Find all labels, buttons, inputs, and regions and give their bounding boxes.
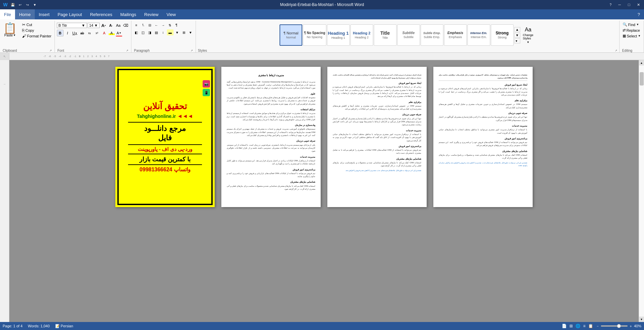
scrollbar-down-button[interactable]: ▼ <box>639 317 644 322</box>
paragraph-expand-icon[interactable]: ↗ <box>191 49 193 52</box>
bold-button[interactable]: B <box>57 30 64 36</box>
align-left-button[interactable]: ◧ <box>133 29 139 35</box>
maximize-button[interactable]: □ <box>626 2 632 8</box>
clipboard-expand-icon[interactable]: ↗ <box>49 49 52 52</box>
page1-price: با کمترین قیمت بازار <box>139 156 191 163</box>
underline-button[interactable]: U▼ <box>72 30 78 36</box>
page2-section2-content: مدیریت ارتباط با مشتری به عنوان مرکزی بر… <box>227 112 315 121</box>
page4-section2-content: سیستم CRM در خصوص استانداردسازی و تدوین … <box>439 103 527 109</box>
style-subtle-emp[interactable]: Subtle Emp. Subtle Emp. <box>421 24 443 46</box>
numbering-button[interactable]: ⒈ <box>140 22 146 28</box>
align-center-button[interactable]: ◫ <box>140 29 146 35</box>
zoom-level[interactable]: 40% <box>634 324 641 328</box>
clipboard-group: 📋 Paste ▼ ✂ Cut ⎘ Copy 🖌 Fo <box>0 21 55 52</box>
paste-button[interactable]: 📋 Paste ▼ <box>2 22 18 38</box>
multilevel-list-button[interactable]: ⊟ <box>147 22 153 28</box>
superscript-button[interactable]: x² <box>94 30 100 36</box>
menu-help-icon[interactable]: ? <box>634 9 644 19</box>
style-intense-em[interactable]: Intense Em. Intense Em. <box>467 24 490 46</box>
borders-button[interactable]: ⊞ <box>181 29 187 35</box>
font-size-select[interactable]: 14 ▼ <box>88 23 100 28</box>
indent-less-button[interactable]: ← <box>153 22 159 28</box>
shading-dropdown[interactable]: ▼ <box>174 29 180 35</box>
show-marks-button[interactable]: ¶ <box>174 22 180 28</box>
clear-formatting-button[interactable]: ⌫ <box>122 22 129 29</box>
subscript-button[interactable]: x₂ <box>86 30 93 36</box>
text-highlight-button[interactable]: A <box>108 30 115 36</box>
copy-button[interactable]: ⎘ Copy <box>21 28 52 33</box>
close-button[interactable]: ✕ <box>635 2 641 8</box>
zoom-thumb[interactable] <box>617 324 621 328</box>
view-fullscreen-icon[interactable]: ⊞ <box>569 324 573 328</box>
style-normal-label: Normal <box>286 36 296 39</box>
zoom-in-button[interactable]: ＋ <box>629 324 633 329</box>
customize-qa-icon[interactable]: ▼ <box>32 2 37 7</box>
style-subtitle[interactable]: Subtitle Subtitle <box>397 24 420 46</box>
scrollbar-thumb[interactable] <box>640 72 644 86</box>
format-painter-button[interactable]: 🖌 Format Painter <box>21 33 52 39</box>
styles-scroll-down[interactable]: ▼ <box>514 33 520 38</box>
menu-file[interactable]: File <box>0 9 15 19</box>
styles-more-button[interactable]: ▾ <box>514 38 520 43</box>
bullets-button[interactable]: ≡ <box>133 22 139 28</box>
font-color-button[interactable]: A▼ <box>116 30 122 36</box>
line-spacing-button[interactable]: ↕ <box>160 29 166 35</box>
view-print-icon[interactable]: 📄 <box>562 324 567 328</box>
help-icon[interactable]: ? <box>608 2 613 7</box>
ruler-corner-icon[interactable]: ↖ <box>0 53 9 60</box>
italic-button[interactable]: I <box>64 30 71 36</box>
change-case-button[interactable]: Aa <box>115 22 122 29</box>
view-draft-icon[interactable]: 📋 <box>588 324 593 328</box>
shading-button[interactable]: ▬ <box>167 29 174 35</box>
strikethrough-button[interactable]: ab <box>79 30 86 36</box>
minimize-button[interactable]: ─ <box>617 2 623 8</box>
justify-button[interactable]: ▤ <box>153 29 159 35</box>
ribbon: 📋 Paste ▼ ✂ Cut ⎘ Copy 🖌 Fo <box>0 19 644 53</box>
zoom-slider[interactable] <box>601 325 628 327</box>
style-heading1[interactable]: Heading 1 Heading 1 <box>327 24 350 46</box>
menu-page-layout[interactable]: Page Layout <box>53 9 86 19</box>
undo-icon[interactable]: ↩ <box>17 2 23 7</box>
zoom-out-button[interactable]: － <box>596 324 600 329</box>
font-row2: B I U▼ ab x₂ x² A A A▼ <box>57 30 122 36</box>
styles-scroll-up[interactable]: ▲ <box>514 27 520 32</box>
style-no-spacing-preview: ¶ No Spacing <box>304 31 325 35</box>
style-heading1-preview: Heading 1 <box>328 31 349 35</box>
style-emphasis[interactable]: Emphasis Emphasis <box>444 24 467 46</box>
select-button[interactable]: ▦ Select ▼ <box>622 33 642 38</box>
menu-references[interactable]: References <box>86 9 116 19</box>
scrollbar-track[interactable] <box>639 65 644 317</box>
indent-more-button[interactable]: → <box>160 22 166 28</box>
style-heading2[interactable]: Heading 2 Heading 2 <box>350 24 373 46</box>
view-outline-icon[interactable]: ≡ <box>583 324 585 328</box>
cut-button[interactable]: ✂ Cut <box>21 22 52 27</box>
font-grow-button[interactable]: A+ <box>100 22 107 29</box>
page4-section1-content: زمانی که در ارتباط با فعالیت‌ها فروش‌ها … <box>439 87 527 97</box>
save-icon[interactable]: 💾 <box>10 2 15 7</box>
font-shrink-button[interactable]: A- <box>108 22 114 29</box>
menu-insert[interactable]: Insert <box>35 9 54 19</box>
style-title[interactable]: Title Title <box>374 24 397 46</box>
style-normal[interactable]: ¶ Normal Normal <box>280 24 302 46</box>
sort-button[interactable]: ⇅ <box>167 22 173 28</box>
document-area[interactable]: 📷 📱 تحقیق آنلاین Tahghighonline.ir ◄◄◄ م… <box>9 60 639 322</box>
menu-view[interactable]: View <box>163 9 180 19</box>
font-name-select[interactable]: B Titr ▼ <box>57 23 87 28</box>
styles-content: ¶ Normal Normal ¶ No Spacing No Spacing … <box>280 21 535 49</box>
align-right-button[interactable]: ◨ <box>147 29 153 35</box>
redo-icon[interactable]: ↪ <box>25 2 30 7</box>
menu-mailings[interactable]: Mailings <box>116 9 140 19</box>
view-web-icon[interactable]: 🌐 <box>575 324 580 328</box>
styles-expand-icon[interactable]: ↗ <box>615 49 617 52</box>
style-strong[interactable]: Strong Strong <box>491 24 514 46</box>
change-styles-button[interactable]: Aa ChangeStyles ▼ <box>521 25 536 45</box>
find-button[interactable]: 🔍 Find ▼ <box>622 22 640 27</box>
replace-button[interactable]: ⇄ Replace <box>622 28 641 33</box>
menu-review[interactable]: Review <box>140 9 163 19</box>
font-expand-icon[interactable]: ↗ <box>126 49 128 52</box>
style-no-spacing[interactable]: ¶ No Spacing No Spacing <box>303 24 326 46</box>
menu-home[interactable]: Home <box>15 9 35 19</box>
borders-dropdown[interactable]: ▼ <box>188 29 194 35</box>
scrollbar-up-button[interactable]: ▲ <box>639 60 644 65</box>
text-effects-button[interactable]: A <box>101 30 108 36</box>
